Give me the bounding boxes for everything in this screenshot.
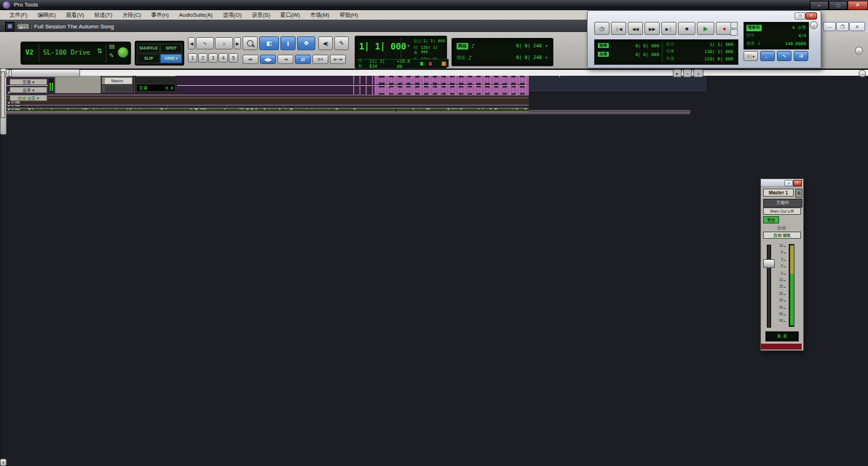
v-scroll-down-arrow[interactable]: ▾ [0, 459, 7, 466]
transport-window[interactable]: ❐ ✕ ◷ ❘◀ ◀◀ ▶▶ ▶❘ ■ ▶ ● 预卷0| 0| 000 后卷0|… [587, 10, 821, 68]
grid-note-icon[interactable]: ♪ [471, 43, 475, 50]
postroll-label[interactable]: 后卷 [598, 52, 609, 57]
transport-expand-box-icon[interactable] [730, 22, 738, 28]
transport-restore-button[interactable]: ❐ [794, 12, 805, 20]
tool-mic-icon[interactable]: ✎ [109, 52, 114, 59]
grid-label[interactable]: 网格 [457, 43, 468, 50]
edit-minimize-button[interactable]: — [823, 22, 836, 31]
zoom-preset-button[interactable]: 2 [198, 53, 208, 63]
insert-plugin-button[interactable]: Maxim [102, 77, 133, 84]
grid-dropdown-icon[interactable]: ▼ [545, 44, 548, 48]
grabber-tool-button[interactable]: ✥ [297, 36, 315, 50]
clips-scroll-thumb[interactable] [1, 71, 5, 118]
menu-item[interactable]: 文件(F) [4, 12, 33, 19]
edit-restore-button[interactable]: ❐ [836, 22, 849, 31]
zoom-midi-icon[interactable]: ♪ [215, 37, 233, 50]
stop-button[interactable]: ■ [678, 22, 695, 35]
zoom-preset-button[interactable]: 3 [208, 53, 218, 63]
os-maximize-button[interactable]: ▢ [829, 1, 848, 10]
scrubber-tool-button[interactable]: ◀) [318, 36, 333, 50]
selector-spinner-icon[interactable]: ⇅ [97, 47, 103, 55]
transport-expand-box2-icon[interactable] [730, 29, 738, 36]
fader-close-button[interactable]: ✕ [793, 180, 802, 186]
menu-item[interactable]: AudioSuite(A) [174, 12, 218, 18]
transport-expand-icon[interactable]: ⌄ [810, 21, 818, 29]
os-close-button[interactable]: ✕ [848, 1, 868, 10]
h-scroll-right-arrow[interactable]: ▸ [673, 69, 682, 77]
zoom-audio-icon[interactable]: ∿ [196, 37, 214, 50]
rewind-button[interactable]: ◀◀ [628, 22, 643, 35]
nudge-value[interactable]: 0| 0| 240 [516, 55, 542, 60]
meter-label[interactable]: 拍号 [746, 33, 754, 38]
clip-indicator-icon[interactable] [429, 62, 433, 66]
edit-close-button[interactable]: ✕ [849, 22, 865, 31]
output-knob-icon[interactable] [117, 47, 129, 58]
insert-empty-slot[interactable] [102, 85, 133, 92]
fader-cap[interactable] [763, 259, 775, 268]
menu-item[interactable]: 编辑(E) [33, 12, 61, 19]
transport-titlebar[interactable]: ❐ ✕ [588, 11, 819, 19]
mode-shuffle-button[interactable]: SHUFFLE [137, 44, 160, 53]
grid-value[interactable]: 0| 0| 240 [516, 43, 542, 49]
menu-item[interactable]: 轨道(T) [90, 12, 118, 19]
nudge-label[interactable]: 微移 [457, 55, 465, 61]
metronome-button[interactable]: ♩ [760, 51, 775, 61]
fast-forward-button[interactable]: ▶▶ [644, 22, 660, 35]
nudge-dropdown-icon[interactable]: ▼ [545, 55, 548, 60]
menu-item[interactable]: 市场(M) [305, 12, 334, 19]
trim-tool-button[interactable]: ◧ [259, 36, 279, 50]
zoom-preset-button[interactable]: 4 [218, 53, 228, 63]
counter-dropdown-icon[interactable]: ▼ [406, 44, 411, 48]
nudge-note-icon[interactable]: ♪ [468, 55, 472, 61]
fader-safe-chip[interactable]: 安全 [763, 216, 779, 224]
tempo-label[interactable]: 速度 [746, 41, 754, 46]
insertion-follows-playback-button[interactable]: ⇥ [277, 55, 293, 64]
fader-output-path[interactable]: Main Out L/R [763, 208, 801, 215]
midi-merge-button[interactable]: ⇉ [794, 51, 808, 61]
master-volume-view[interactable]: 音量 ▾ [9, 79, 47, 85]
preroll-label[interactable]: 预卷 [598, 43, 609, 48]
option-box-icon[interactable] [441, 61, 446, 66]
track-option-row[interactable]: 自动 读取 ▾ [9, 95, 47, 101]
h-zoom-out-button[interactable]: − [683, 69, 692, 77]
track-option-row[interactable]: 音量 ▾ [9, 87, 47, 93]
zoom-preset-button[interactable]: 1 [188, 53, 197, 63]
h-zoom-in-button[interactable]: + [693, 69, 703, 77]
zoomer-tool-button[interactable] [242, 36, 258, 50]
zoom-preset-button[interactable]: 5 [229, 53, 238, 63]
menu-item[interactable]: 窗口(W) [275, 12, 305, 19]
mode-slip-button[interactable]: SLIP [137, 54, 160, 63]
link-timeline-edit-button[interactable]: ⇄ [295, 55, 311, 64]
menu-item[interactable]: 事件(n) [146, 12, 174, 19]
mode-spot-button[interactable]: SPOT [160, 44, 182, 53]
fader-auto-mode[interactable]: 自动 读取 [763, 232, 801, 239]
pencil-tool-button[interactable]: ✎ [334, 36, 349, 50]
main-counter[interactable]: 1| 1| 000 ▼ 起点1| 1| 000 结束130| 1| 000 长度… [355, 36, 447, 68]
tab-to-transient-button[interactable]: ◀▶ [260, 55, 276, 64]
go-to-end-button[interactable]: ▶❘ [661, 22, 676, 35]
transport-close-button[interactable]: ✕ [805, 12, 817, 20]
count-off-button[interactable]: 1❘● [743, 51, 758, 61]
zoom-out-arrow[interactable]: ◀ [188, 37, 195, 50]
zoom-toggle-button[interactable]: ⇹ [242, 55, 259, 64]
toolbar-expand-icon[interactable]: ⌄ [855, 47, 863, 55]
os-minimize-button[interactable]: – [810, 1, 829, 10]
fader-track-name[interactable]: Master 1 [763, 189, 794, 197]
online-button[interactable]: ◷ [594, 22, 609, 35]
mode-grid-button[interactable]: GRID ▾ [160, 54, 182, 63]
h-scroll-thumb[interactable] [11, 69, 80, 77]
menu-item[interactable]: 选项(O) [218, 12, 247, 19]
zoom-in-arrow[interactable]: ▶ [234, 37, 241, 50]
menu-item[interactable]: 片段(C) [117, 12, 146, 19]
clips-menu-icon[interactable]: ⌄ [859, 70, 866, 77]
postroll-value[interactable]: 0| 0| 000 [635, 52, 659, 57]
menu-item[interactable]: 观看(V) [61, 12, 90, 19]
fader-target-icon[interactable]: ⊞ [795, 189, 802, 198]
output-fader-window[interactable]: ❐ ✕ Master 1 ⊞ 主输出 Main Out L/R 安全 自动 自动… [760, 178, 804, 351]
tool-grid-icon[interactable]: ▤ [109, 43, 115, 50]
fader-output-selector[interactable]: 主输出 [763, 199, 802, 208]
selector-tool-button[interactable]: I [280, 36, 296, 50]
countoff-label[interactable]: 预备拍 [746, 25, 762, 31]
menu-item[interactable]: 帮助(H) [334, 12, 363, 19]
edit-window-selector[interactable]: V2 SL-100 Drive ⇅ ▤ ✎ [20, 42, 131, 65]
